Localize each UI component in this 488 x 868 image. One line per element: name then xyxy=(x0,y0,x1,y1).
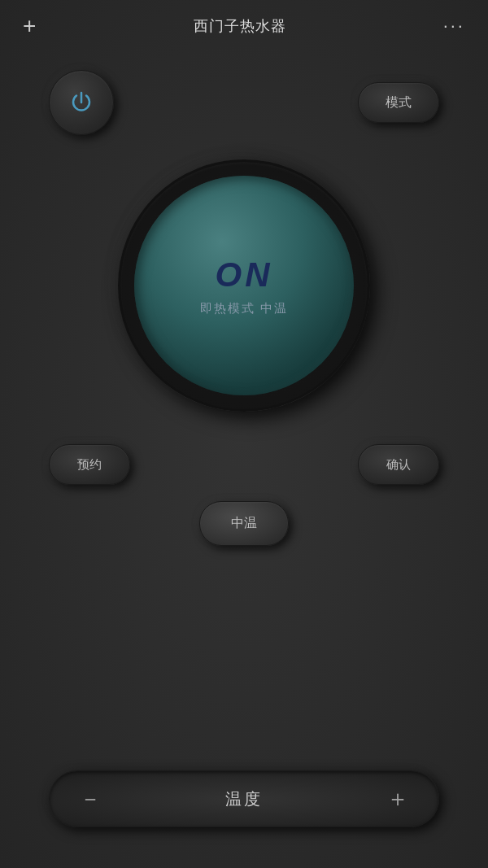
temperature-bar: － 温度 ＋ xyxy=(49,770,439,827)
page-title: 西门子热水器 xyxy=(194,16,286,36)
mode-label: 模式 xyxy=(386,94,412,111)
temp-center-label: 中温 xyxy=(231,515,257,532)
action-buttons-row: 预约 确认 xyxy=(0,444,488,485)
temp-minus-button[interactable]: － xyxy=(74,783,107,815)
confirm-label: 确认 xyxy=(386,457,411,473)
reserve-label: 预约 xyxy=(77,457,102,473)
main-content: 模式 ON 即热模式 中温 预约 确认 中温 xyxy=(0,46,488,868)
more-button[interactable]: ··· xyxy=(443,15,465,37)
mode-button[interactable]: 模式 xyxy=(358,82,439,123)
add-button[interactable]: + xyxy=(23,15,36,37)
temp-plus-button[interactable]: ＋ xyxy=(381,783,414,815)
app-container: + 西门子热水器 ··· 模式 ON 即热模式 中温 xyxy=(0,0,488,868)
power-icon xyxy=(68,89,94,116)
confirm-button[interactable]: 确认 xyxy=(358,444,439,485)
temp-center-button[interactable]: 中温 xyxy=(199,501,289,546)
power-button[interactable] xyxy=(49,70,114,135)
header: + 西门子热水器 ··· xyxy=(0,0,488,46)
temp-label: 温度 xyxy=(225,788,263,810)
center-temp-row: 中温 xyxy=(0,501,488,546)
dial-status: ON xyxy=(216,255,273,294)
dial-sub-text: 即热模式 中温 xyxy=(200,301,288,316)
bottom-section: － 温度 ＋ xyxy=(0,770,488,868)
reserve-button[interactable]: 预约 xyxy=(49,444,130,485)
top-buttons-row: 模式 xyxy=(0,70,488,135)
dial-inner: ON 即热模式 中温 xyxy=(134,176,354,395)
main-dial[interactable]: ON 即热模式 中温 xyxy=(118,159,370,412)
